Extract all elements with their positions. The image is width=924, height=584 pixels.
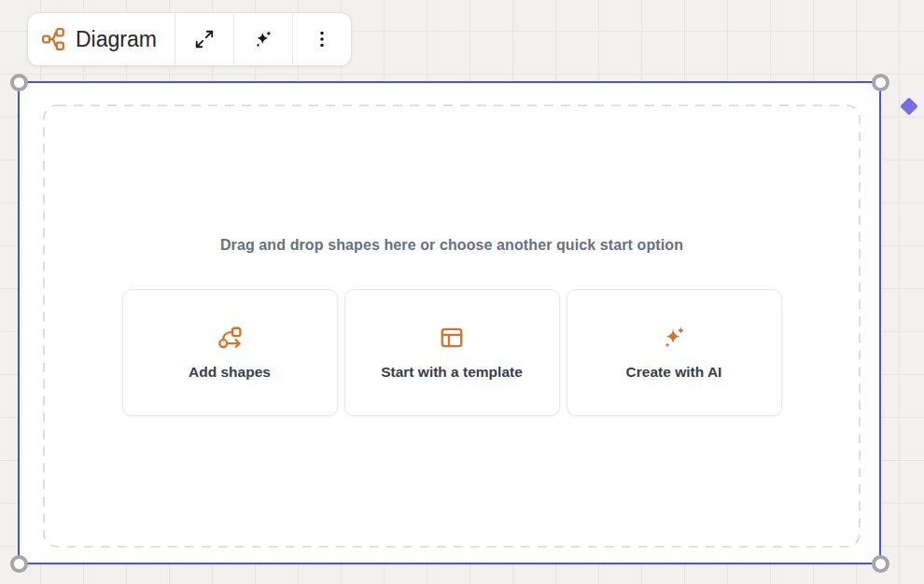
expand-icon [194,29,215,49]
diagram-toolbar: Diagram [27,12,352,66]
ai-button[interactable] [233,13,292,65]
whiteboard-canvas[interactable]: Drag and drop shapes here or choose anot… [0,0,924,584]
ai-sparkles-icon [253,29,273,49]
resize-handle-top-left[interactable] [10,74,28,91]
resize-handle-top-right[interactable] [872,74,889,91]
resize-handle-bottom-right[interactable] [872,555,889,573]
more-options-button[interactable] [292,13,351,65]
resize-handle-bottom-left[interactable] [10,555,28,573]
diagram-dropzone[interactable]: Drag and drop shapes here or choose anot… [43,104,861,548]
more-options-icon [312,29,332,49]
connector-endpoint-diamond[interactable] [899,96,920,118]
card-label: Create with AI [626,364,722,381]
diagram-icon [41,27,65,51]
add-shapes-icon [217,325,243,351]
diagram-title-label: Diagram [76,27,157,52]
ai-sparkles-icon [661,325,687,351]
card-label: Add shapes [189,364,271,381]
template-icon [439,325,465,351]
start-with-template-button[interactable]: Start with a template [344,289,560,416]
create-with-ai-button[interactable]: Create with AI [567,289,782,416]
quick-start-options: Add shapes Start with a template [122,289,782,416]
diagram-frame[interactable]: Drag and drop shapes here or choose anot… [18,81,881,564]
dropzone-heading: Drag and drop shapes here or choose anot… [220,237,683,254]
card-label: Start with a template [381,364,523,381]
expand-button[interactable] [175,13,233,65]
diagram-title-button[interactable]: Diagram [28,13,175,65]
add-shapes-button[interactable]: Add shapes [122,289,338,416]
